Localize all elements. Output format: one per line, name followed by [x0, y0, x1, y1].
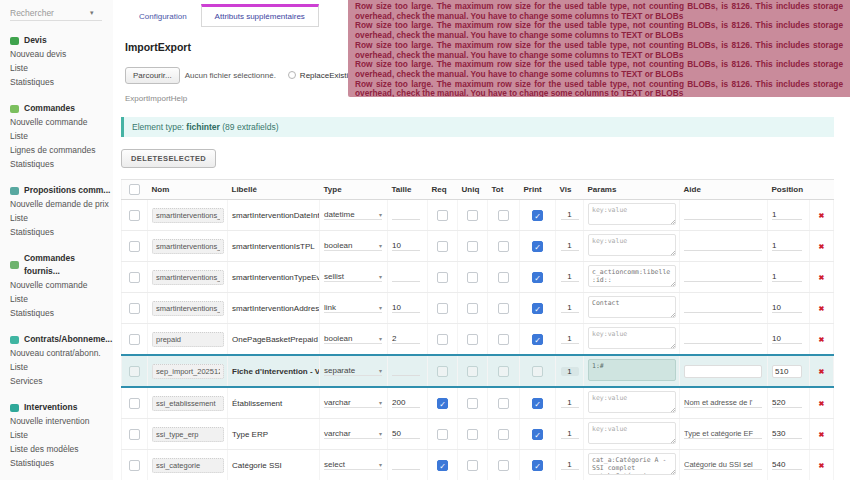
tab-configuration[interactable]: Configuration: [125, 6, 201, 27]
checkbox-icon[interactable]: [129, 429, 140, 440]
delete-icon[interactable]: ✖: [819, 400, 825, 407]
type-select[interactable]: boolean▾: [324, 334, 382, 344]
position-input[interactable]: [772, 210, 802, 220]
checkbox-icon[interactable]: [437, 429, 448, 440]
sidebar-subitem[interactable]: Statistiques: [10, 456, 113, 470]
sidebar-subitem[interactable]: Services: [10, 374, 113, 388]
nom-input[interactable]: [152, 239, 224, 254]
checkbox-icon[interactable]: [498, 429, 509, 440]
vis-input[interactable]: [561, 241, 579, 251]
checkbox-checked-icon[interactable]: ✓: [532, 303, 543, 314]
sidebar-subitem[interactable]: Liste: [10, 428, 113, 442]
type-select[interactable]: sellist▾: [324, 272, 382, 282]
sidebar-subitem[interactable]: Liste: [10, 61, 113, 75]
delete-icon[interactable]: ✖: [819, 336, 825, 343]
checkbox-icon[interactable]: [467, 366, 478, 377]
taille-input[interactable]: [392, 210, 420, 220]
checkbox-icon[interactable]: [437, 303, 448, 314]
checkbox-icon[interactable]: [498, 303, 509, 314]
position-input[interactable]: [772, 429, 802, 439]
checkbox-icon[interactable]: [467, 210, 478, 221]
checkbox-icon[interactable]: [467, 398, 478, 409]
checkbox-icon[interactable]: [129, 303, 140, 314]
search-input[interactable]: [10, 8, 90, 18]
delete-icon[interactable]: ✖: [819, 243, 825, 250]
browse-button[interactable]: Parcourir...: [125, 67, 180, 84]
aide-input[interactable]: [684, 398, 762, 408]
nom-input[interactable]: [152, 332, 224, 347]
sidebar-subitem[interactable]: Nouveau contrat/abonn.: [10, 346, 113, 360]
type-select[interactable]: boolean▾: [324, 241, 382, 251]
taille-input[interactable]: [392, 241, 420, 251]
checkbox-icon[interactable]: [467, 460, 478, 471]
delete-icon[interactable]: ✖: [819, 462, 825, 469]
vis-input[interactable]: [561, 398, 579, 408]
nom-input[interactable]: [152, 364, 224, 379]
checkbox-checked-icon[interactable]: ✓: [532, 460, 543, 471]
sidebar-item-commandes-fournisseurs[interactable]: Commandes fournis...: [10, 252, 113, 278]
nom-input[interactable]: [152, 427, 224, 442]
sidebar-subitem[interactable]: Nouvelle commande: [10, 278, 113, 292]
sidebar-subitem[interactable]: Nouvelle commande: [10, 115, 113, 129]
position-input[interactable]: [772, 365, 802, 378]
type-select[interactable]: varchar▾: [324, 398, 382, 408]
type-select[interactable]: select▾: [324, 460, 382, 470]
sidebar-subitem[interactable]: Nouvelle demande de prix: [10, 197, 113, 211]
sidebar-item-commandes[interactable]: Commandes: [10, 102, 113, 115]
aide-input[interactable]: [684, 429, 762, 439]
checkbox-icon[interactable]: [467, 334, 478, 345]
params-textarea[interactable]: [588, 296, 676, 318]
aide-input[interactable]: [684, 460, 762, 470]
taille-input[interactable]: [392, 398, 420, 408]
delete-icon[interactable]: ✖: [819, 274, 825, 281]
nom-input[interactable]: [152, 270, 224, 285]
nom-input[interactable]: [152, 396, 224, 411]
aide-input[interactable]: [684, 334, 762, 344]
position-input[interactable]: [772, 334, 802, 344]
vis-input[interactable]: [561, 429, 579, 439]
params-textarea[interactable]: [588, 453, 676, 475]
taille-input[interactable]: [392, 272, 420, 282]
sidebar-item-propositions[interactable]: Propositions comm...: [10, 184, 113, 197]
sidebar-item-devis[interactable]: Devis: [10, 34, 113, 47]
nom-input[interactable]: [152, 301, 224, 316]
vis-input[interactable]: [561, 460, 579, 470]
sidebar-subitem[interactable]: Nouveau devis: [10, 47, 113, 61]
sidebar-subitem[interactable]: Liste: [10, 360, 113, 374]
position-input[interactable]: [772, 272, 802, 282]
sidebar-subitem[interactable]: Statistiques: [10, 225, 113, 239]
checkbox-icon[interactable]: [129, 398, 140, 409]
position-input[interactable]: [772, 460, 802, 470]
params-textarea[interactable]: [588, 327, 676, 349]
checkbox-icon[interactable]: [498, 272, 509, 283]
params-textarea[interactable]: [588, 391, 676, 413]
checkbox-icon[interactable]: [498, 460, 509, 471]
vis-input[interactable]: [561, 334, 579, 344]
checkbox-icon[interactable]: [498, 241, 509, 252]
taille-input[interactable]: [392, 366, 420, 376]
checkbox-icon[interactable]: [437, 272, 448, 283]
aide-input[interactable]: [684, 241, 762, 251]
checkbox-icon[interactable]: [129, 334, 140, 345]
checkbox-icon[interactable]: [437, 210, 448, 221]
taille-input[interactable]: [392, 334, 420, 344]
checkbox-icon[interactable]: [437, 241, 448, 252]
params-textarea[interactable]: [588, 203, 676, 225]
checkbox-icon[interactable]: [532, 366, 543, 377]
sidebar-subitem[interactable]: Lignes de commandes: [10, 143, 113, 157]
checkbox-icon[interactable]: [129, 184, 140, 195]
params-textarea[interactable]: [588, 265, 676, 287]
checkbox-icon[interactable]: [129, 460, 140, 471]
vis-input[interactable]: [561, 367, 579, 376]
aide-input[interactable]: [684, 303, 762, 313]
checkbox-icon[interactable]: [498, 398, 509, 409]
checkbox-checked-icon[interactable]: ✓: [437, 398, 448, 409]
delete-icon[interactable]: ✖: [819, 368, 825, 375]
checkbox-icon[interactable]: [467, 429, 478, 440]
checkbox-icon[interactable]: [467, 303, 478, 314]
delete-icon[interactable]: ✖: [819, 212, 825, 219]
params-textarea[interactable]: [588, 234, 676, 256]
checkbox-checked-icon[interactable]: ✓: [532, 272, 543, 283]
checkbox-checked-icon[interactable]: ✓: [532, 334, 543, 345]
taille-input[interactable]: [392, 460, 420, 470]
